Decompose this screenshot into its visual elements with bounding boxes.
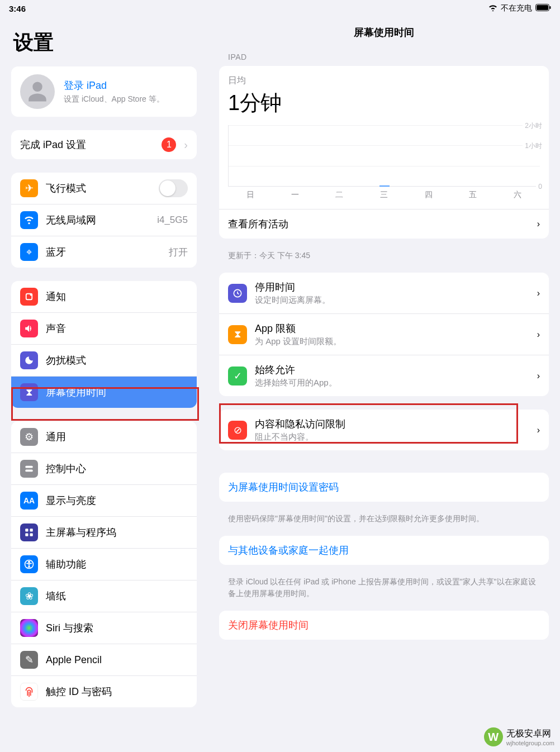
chevron-right-icon: › bbox=[537, 288, 540, 298]
svg-rect-5 bbox=[25, 466, 33, 468]
set-passcode-row[interactable]: 为屏幕使用时间设置密码 bbox=[219, 473, 549, 502]
bluetooth-icon: ⌖ bbox=[20, 243, 38, 261]
chevron-right-icon: › bbox=[537, 219, 540, 229]
svg-point-12 bbox=[29, 561, 30, 563]
finish-setup-row[interactable]: 完成 iPad 设置 1 › bbox=[11, 130, 197, 159]
check-icon: ✓ bbox=[228, 367, 247, 385]
watermark: W 无极安卓网 wjhotelgroup.com bbox=[484, 727, 554, 746]
turn-off-row[interactable]: 关闭屏幕使用时间 bbox=[219, 611, 549, 640]
sign-in-link[interactable]: 登录 iPad bbox=[64, 79, 164, 92]
watermark-logo-icon: W bbox=[484, 727, 503, 746]
display-row[interactable]: AA 显示与亮度 bbox=[11, 484, 197, 516]
pencil-icon: ✎ bbox=[20, 651, 38, 669]
notifications-row[interactable]: 通知 bbox=[11, 281, 197, 312]
main-panel: 屏幕使用时间 IPAD 日均 1分钟 2小时 1小时 0 日一 二三 四五 bbox=[208, 16, 560, 751]
svg-rect-6 bbox=[25, 470, 33, 472]
wifi-icon bbox=[20, 211, 38, 229]
battery-icon bbox=[535, 4, 551, 13]
airplane-mode-row[interactable]: ✈ 飞行模式 bbox=[11, 173, 197, 204]
badge-icon: 1 bbox=[162, 137, 176, 152]
always-allowed-row[interactable]: ✓ 始终允许选择始终可用的App。 › bbox=[219, 355, 549, 396]
settings-title: 设置 bbox=[0, 16, 208, 66]
home-screen-row[interactable]: 主屏幕与程序坞 bbox=[11, 516, 197, 548]
svg-rect-9 bbox=[25, 534, 28, 536]
gear-icon: ⚙ bbox=[20, 428, 38, 446]
sign-in-sub: 设置 iCloud、App Store 等。 bbox=[64, 94, 164, 104]
pencil-row[interactable]: ✎ Apple Pencil bbox=[11, 644, 197, 675]
control-center-row[interactable]: 控制中心 bbox=[11, 453, 197, 484]
usage-chart[interactable]: 日均 1分钟 2小时 1小时 0 日一 二三 四五 六 bbox=[219, 66, 549, 209]
sounds-row[interactable]: 声音 bbox=[11, 312, 197, 344]
status-bar: 3:46 不在充电 bbox=[0, 0, 560, 16]
downtime-row[interactable]: 停用时间设定时间远离屏幕。 › bbox=[219, 273, 549, 313]
see-all-activity-row[interactable]: 查看所有活动 › bbox=[219, 209, 549, 239]
sound-icon bbox=[20, 320, 38, 337]
chart-bar bbox=[379, 185, 390, 187]
accessibility-icon bbox=[20, 555, 38, 573]
dnd-row[interactable]: 勿扰模式 bbox=[11, 344, 197, 376]
svg-rect-7 bbox=[25, 529, 28, 531]
chevron-right-icon: › bbox=[537, 425, 540, 435]
svg-rect-2 bbox=[550, 6, 551, 9]
share-footer: 登录 iCloud 以在任何 iPad 或 iPhone 上报告屏幕使用时间，或… bbox=[208, 570, 560, 611]
airplane-toggle[interactable] bbox=[159, 179, 188, 197]
siri-icon bbox=[20, 619, 38, 637]
svg-rect-8 bbox=[30, 529, 33, 531]
accessibility-row[interactable]: 辅助功能 bbox=[11, 548, 197, 580]
status-time: 3:46 bbox=[9, 4, 26, 13]
share-devices-row[interactable]: 与其他设备或家庭一起使用 bbox=[219, 536, 549, 565]
chevron-right-icon: › bbox=[537, 371, 540, 381]
general-row[interactable]: ⚙ 通用 bbox=[11, 421, 197, 453]
chevron-right-icon: › bbox=[184, 139, 188, 150]
notification-icon bbox=[20, 288, 38, 306]
svg-point-4 bbox=[30, 293, 33, 296]
svg-rect-10 bbox=[30, 534, 33, 536]
fingerprint-icon bbox=[20, 683, 38, 701]
daily-avg-value: 1分钟 bbox=[228, 89, 540, 117]
bluetooth-row[interactable]: ⌖ 蓝牙 打开 bbox=[11, 236, 197, 268]
account-card[interactable]: 登录 iPad 设置 iCloud、App Store 等。 bbox=[11, 66, 197, 117]
downtime-icon bbox=[228, 284, 247, 303]
switches-icon bbox=[20, 460, 38, 478]
chart-days: 日一 二三 四五 六 bbox=[228, 190, 540, 200]
restriction-icon: ⊘ bbox=[228, 421, 247, 440]
siri-row[interactable]: Siri 与搜索 bbox=[11, 612, 197, 644]
settings-sidebar: 设置 登录 iPad 设置 iCloud、App Store 等。 完成 iPa… bbox=[0, 16, 208, 751]
app-limits-row[interactable]: ⧗ App 限额为 App 设置时间限额。 › bbox=[219, 313, 549, 355]
page-title: 屏幕使用时间 bbox=[208, 16, 560, 53]
content-privacy-row[interactable]: ⊘ 内容和隐私访问限制阻止不当内容。 › bbox=[219, 410, 549, 450]
text-size-icon: AA bbox=[20, 492, 38, 510]
status-right: 不在充电 bbox=[488, 3, 551, 13]
touchid-row[interactable]: 触控 ID 与密码 bbox=[11, 675, 197, 707]
airplane-icon: ✈ bbox=[20, 179, 38, 197]
screentime-row[interactable]: ⧗ 屏幕使用时间 bbox=[11, 376, 197, 408]
moon-icon bbox=[20, 351, 38, 369]
svg-rect-1 bbox=[537, 5, 548, 10]
charging-status: 不在充电 bbox=[501, 3, 532, 13]
flower-icon: ❀ bbox=[20, 587, 38, 605]
passcode-footer: 使用密码保障"屏幕使用时间"的设置，并在达到限额时允许更多使用时间。 bbox=[208, 507, 560, 536]
chevron-right-icon: › bbox=[537, 330, 540, 340]
updated-footer: 更新于：今天 下午 3:45 bbox=[208, 244, 560, 273]
section-header-ipad: IPAD bbox=[208, 53, 560, 66]
daily-avg-label: 日均 bbox=[228, 75, 540, 87]
avatar-icon bbox=[20, 74, 55, 109]
wifi-icon bbox=[488, 4, 497, 13]
hourglass-icon: ⧗ bbox=[228, 325, 247, 344]
wallpaper-row[interactable]: ❀ 墙纸 bbox=[11, 580, 197, 612]
wifi-row[interactable]: 无线局域网 i4_5G5 bbox=[11, 204, 197, 236]
grid-icon bbox=[20, 523, 38, 541]
hourglass-icon: ⧗ bbox=[20, 383, 38, 401]
